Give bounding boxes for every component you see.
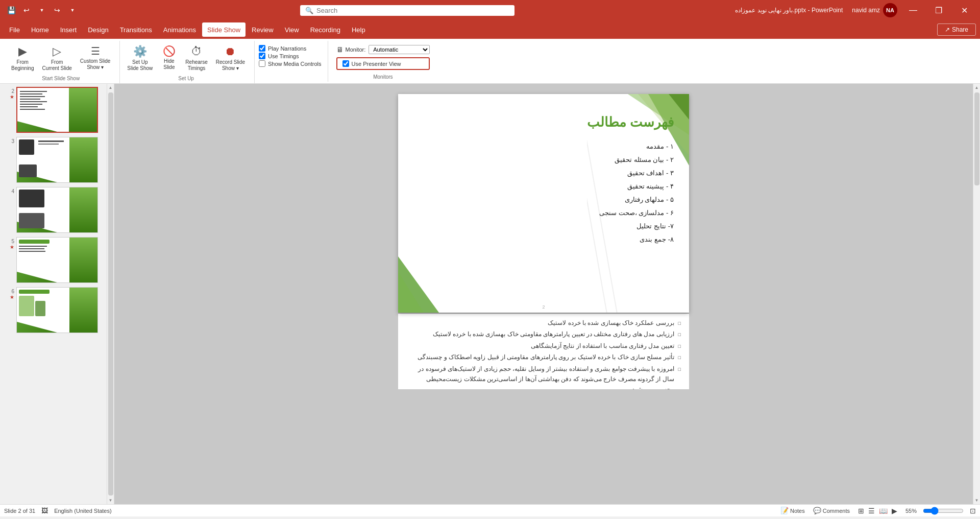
redo-button[interactable]: ↪ (50, 3, 64, 17)
slide-number-4: 4 (6, 189, 14, 194)
bullet-5: □ (678, 366, 681, 373)
slide-thumbnail-2[interactable]: 2 ★ (2, 86, 105, 134)
normal-view-button[interactable]: ⊞ (858, 507, 864, 515)
show-media-checkbox[interactable] (259, 60, 265, 67)
bottom-left-decoration (398, 226, 439, 313)
monitor-area: 🖥 Monitor: Automatic Primary Monitor Use… (332, 43, 434, 72)
use-timings-checkbox[interactable] (259, 53, 265, 59)
menu-insert[interactable]: Insert (55, 22, 82, 37)
slide-thumb-2[interactable] (16, 87, 98, 133)
comments-button[interactable]: 💬 Comments (813, 507, 850, 514)
slide-item-4: ۴ - پیشینه تحقیق (599, 180, 674, 193)
menu-animations[interactable]: Animations (158, 22, 201, 37)
right-scroll-thumb[interactable] (974, 92, 979, 185)
slide-thumbnail-5[interactable]: 5 ★ (2, 236, 105, 284)
star-badge-6: ★ (10, 294, 14, 300)
monitor-row: 🖥 Monitor: Automatic Primary Monitor (336, 45, 430, 54)
scroll-thumb[interactable] (108, 92, 113, 496)
slide-page-number: 2 (542, 304, 545, 310)
menu-help[interactable]: Help (347, 22, 371, 37)
reading-view-button[interactable]: 📖 (879, 507, 888, 515)
undo-button[interactable]: ↩ (19, 3, 34, 17)
from-beginning-button[interactable]: ▶ FromBeginning (8, 43, 37, 74)
note-3: □ تعیین مدل رفتاری مناسب با استفاده از ن… (406, 341, 681, 351)
slide-thumbnail-3[interactable]: 3 (2, 136, 105, 184)
rehearse-timings-button[interactable]: ⏱ RehearseTimings (182, 43, 210, 74)
start-slideshow-group-label: Start Slide Show (8, 76, 113, 81)
customize-qat-button[interactable]: ▼ (65, 3, 80, 17)
slide-thumbnail-6[interactable]: 6 ★ (2, 286, 105, 334)
slide-canvas[interactable]: فهرست مطالب ۱ - مقدمه ۲ - بیان مسئله تحق… (398, 94, 689, 313)
show-media-label: Show Media Controls (268, 61, 322, 67)
slide-thumb-6[interactable] (16, 287, 98, 333)
restore-button[interactable]: ❐ (927, 0, 950, 20)
timer-icon: ⏱ (191, 45, 202, 58)
title-bar-right: باور نهایی نوید عموزاده.pptx - PowerPoin… (735, 0, 976, 20)
menu-review[interactable]: Review (247, 22, 279, 37)
monitors-group-label: Monitors (332, 74, 434, 80)
language-label: English (United States) (54, 508, 112, 514)
note-text-1: بررسی عملکرد خاک بهسازی شده با خرده لاست… (548, 318, 674, 328)
slide-panel-scrollbar[interactable]: ▲ ▼ (107, 84, 114, 504)
record-show-button[interactable]: ⏺ Record SlideShow ▾ (213, 43, 248, 74)
search-input[interactable] (316, 7, 509, 14)
play-narrations-check[interactable]: Play Narrations (259, 45, 322, 52)
note-text-4: تأثیر مسلح سازی خاک با خرده لاستیک بر رو… (418, 352, 674, 362)
zoom-slider[interactable] (923, 507, 964, 515)
presenter-view-checkbox[interactable] (342, 60, 349, 67)
menu-home[interactable]: Home (26, 22, 54, 37)
slide-item-2: ۲ - بیان مسئله تحقیق (599, 153, 674, 167)
from-current-slide-button[interactable]: ▷ FromCurrent Slide (39, 43, 75, 74)
zoom-fit-button[interactable]: ⊡ (970, 507, 976, 515)
custom-show-button[interactable]: ☰ Custom SlideShow ▾ (77, 43, 113, 73)
close-button[interactable]: ✕ (952, 0, 976, 20)
search-box[interactable]: 🔍 (300, 5, 514, 16)
outline-view-button[interactable]: ☰ (868, 507, 875, 515)
menu-recording[interactable]: Recording (305, 22, 346, 37)
ribbon-groups: ▶ FromBeginning ▷ FromCurrent Slide ☰ Cu… (4, 41, 976, 83)
scroll-down-arrow[interactable]: ▼ (107, 497, 114, 504)
slide-number-6: 6 (6, 289, 14, 294)
hide-slide-button[interactable]: 🚫 HideSlide (158, 43, 180, 73)
menu-design[interactable]: Design (83, 22, 113, 37)
slide-thumb-4[interactable] (16, 187, 98, 233)
setup-group-label: Set Up (124, 76, 248, 81)
custom-show-label: Custom SlideShow ▾ (80, 58, 110, 70)
slide-panel[interactable]: 2 ★ (0, 84, 107, 504)
title-bar-center: 🔍 (80, 5, 735, 16)
save-button[interactable]: 💾 (4, 3, 18, 17)
custom-show-icon: ☰ (91, 45, 100, 57)
undo-dropdown[interactable]: ▼ (35, 3, 49, 17)
menu-transitions[interactable]: Transitions (115, 22, 157, 37)
right-scrollbar[interactable]: ▲ ▼ (973, 84, 980, 504)
slideshow-view-button[interactable]: ▶ (892, 507, 897, 515)
setup-show-label: Set UpSlide Show (127, 59, 153, 72)
scroll-up-arrow[interactable]: ▲ (107, 84, 114, 91)
slide-item-5: ۵ - مدلهای رفتاری (599, 193, 674, 206)
use-timings-check[interactable]: Use Timings (259, 53, 322, 59)
setup-show-button[interactable]: ⚙️ Set UpSlide Show (124, 43, 156, 74)
bullet-4: □ (678, 354, 681, 362)
slide-thumb-3[interactable] (16, 137, 98, 183)
monitor-select[interactable]: Automatic Primary Monitor (369, 45, 430, 54)
show-media-check[interactable]: Show Media Controls (259, 60, 322, 67)
menu-slideshow[interactable]: Slide Show (202, 22, 246, 37)
minimize-button[interactable]: — (901, 0, 925, 20)
ribbon-group-setup: ⚙️ Set UpSlide Show 🚫 HideSlide ⏱ Rehear… (120, 41, 255, 83)
slide-thumbnail-4[interactable]: 4 (2, 186, 105, 234)
menu-file[interactable]: File (4, 22, 25, 37)
presenter-view-box[interactable]: Use Presenter View (336, 57, 430, 70)
slide-thumb-5[interactable] (16, 237, 98, 283)
share-button[interactable]: ↗ Share (937, 23, 976, 36)
play-icon: ▶ (18, 45, 27, 58)
play-narrations-label: Play Narrations (268, 45, 306, 52)
star-badge-2: ★ (10, 94, 14, 100)
note-text-2: ارزیابی مدل های رفتاری مختلف در تعیین پا… (433, 329, 674, 339)
slide-item-1: ۱ - مقدمه (599, 140, 674, 153)
ribbon: ▶ FromBeginning ▷ FromCurrent Slide ☰ Cu… (0, 39, 980, 84)
notes-button[interactable]: 📝 Notes (780, 507, 805, 514)
menu-view[interactable]: View (280, 22, 304, 37)
play-narrations-checkbox[interactable] (259, 45, 265, 52)
right-scroll-down[interactable]: ▼ (973, 497, 980, 504)
right-scroll-up[interactable]: ▲ (973, 84, 980, 91)
